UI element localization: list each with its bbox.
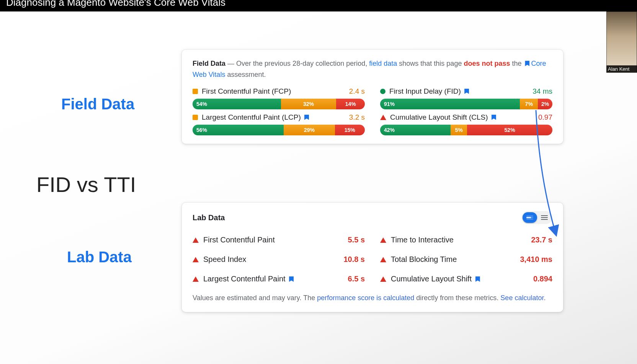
dist-needs: 32%	[281, 99, 336, 109]
lab-metric-name: Speed Index	[203, 255, 339, 264]
lab-data-title-row: Lab Data	[193, 211, 552, 224]
metric-value: 3.2 s	[349, 113, 365, 122]
metric-fcp: First Contentful Paint (FCP) 2.4 s 54% 3…	[193, 87, 365, 109]
side-label-lab: Lab Data	[67, 249, 132, 266]
field-data-card: Field Data — Over the previous 28-day co…	[182, 50, 563, 144]
lab-metric-name: Cumulative Layout Shift	[391, 275, 529, 283]
triangle-icon	[380, 115, 386, 120]
lab-metric-value: 0.894	[533, 275, 552, 283]
lab-metric-value: 6.5 s	[348, 275, 365, 283]
dist-needs: 29%	[284, 125, 335, 135]
lab-metric-name: First Contentful Paint	[203, 236, 343, 244]
metric-name: First Contentful Paint (FCP)	[202, 87, 345, 96]
bookmark-icon	[304, 115, 309, 120]
dist-good: 54%	[193, 99, 281, 109]
video-title: Diagnosing a Magento Website's Core Web …	[6, 0, 225, 8]
dist-good: 42%	[380, 125, 451, 135]
triangle-icon	[193, 257, 199, 262]
lab-metric-name: Total Blocking Time	[391, 255, 515, 264]
lab-metric-value: 5.5 s	[348, 236, 365, 244]
triangle-icon	[380, 237, 386, 243]
fid-distribution-bar: 91% 7% 2%	[380, 99, 552, 109]
lab-footer: Values are estimated and may vary. The p…	[193, 292, 552, 304]
lab-data-title: Lab Data	[193, 213, 225, 222]
circle-icon	[380, 89, 385, 94]
fcp-distribution-bar: 54% 32% 14%	[193, 99, 365, 109]
lab-view-toggle[interactable]	[522, 211, 552, 224]
lab-metric-name: Largest Contentful Paint	[203, 275, 343, 283]
field-metrics-grid: First Contentful Paint (FCP) 2.4 s 54% 3…	[193, 87, 552, 135]
dist-poor: 14%	[336, 99, 365, 109]
metric-lcp: Largest Contentful Paint (LCP) 3.2 s 56%…	[193, 113, 365, 135]
triangle-icon	[380, 257, 386, 262]
cls-distribution-bar: 42% 5% 52%	[380, 125, 552, 135]
lab-metric-si: Speed Index 10.8 s	[193, 255, 365, 264]
triangle-icon	[193, 276, 199, 282]
dist-good: 91%	[380, 99, 520, 109]
bookmark-icon	[464, 89, 469, 94]
lab-metric-lcp: Largest Contentful Paint 6.5 s	[193, 275, 365, 283]
lab-metric-value: 23.7 s	[531, 236, 552, 244]
lab-metric-value: 3,410 ms	[520, 255, 552, 264]
metric-fid: First Input Delay (FID) 34 ms 91% 7% 2%	[380, 87, 552, 109]
bookmark-icon	[475, 276, 480, 282]
lab-metrics-grid: First Contentful Paint 5.5 s Time to Int…	[193, 236, 552, 283]
lcp-distribution-bar: 56% 29% 15%	[193, 125, 365, 135]
bookmark-icon	[289, 276, 294, 282]
metric-name: Cumulative Layout Shift (CLS)	[390, 113, 534, 122]
square-icon	[193, 89, 198, 94]
triangle-icon	[193, 237, 199, 243]
slide-stage: Alan Kent Field Data FID vs TTI Lab Data…	[0, 11, 637, 364]
metric-cls: Cumulative Layout Shift (CLS) 0.97 42% 5…	[380, 113, 552, 135]
triangle-icon	[380, 276, 386, 282]
dist-needs: 7%	[520, 99, 538, 109]
video-title-bar: Diagnosing a Magento Website's Core Web …	[0, 0, 637, 11]
metric-name: First Input Delay (FID)	[389, 87, 529, 96]
mid-label-fid-vs-tti: FID vs TTI	[36, 172, 136, 197]
dist-good: 56%	[193, 125, 284, 135]
lab-metric-fcp: First Contentful Paint 5.5 s	[193, 236, 365, 244]
cwv-fail-text: does not pass	[464, 60, 510, 67]
metric-value: 0.97	[538, 113, 552, 122]
dist-needs: 5%	[451, 125, 467, 135]
perf-score-calc-link[interactable]: performance score is calculated	[317, 294, 414, 302]
square-icon	[193, 115, 198, 120]
lab-data-card: Lab Data First Contentful Paint 5.5 s Ti…	[182, 203, 563, 312]
metric-value: 2.4 s	[349, 87, 365, 96]
lab-metric-cls: Cumulative Layout Shift 0.894	[380, 275, 552, 283]
lab-metric-name: Time to Interactive	[391, 236, 526, 244]
metric-name: Largest Contentful Paint (LCP)	[202, 113, 345, 122]
toggle-expanded-icon[interactable]	[537, 212, 552, 223]
speaker-name-label: Alan Kent	[606, 65, 637, 73]
lab-metric-tbt: Total Blocking Time 3,410 ms	[380, 255, 552, 264]
lab-metric-tti: Time to Interactive 23.7 s	[380, 236, 552, 244]
metric-value: 34 ms	[532, 87, 552, 96]
dist-poor: 15%	[335, 125, 365, 135]
dist-poor: 2%	[538, 99, 552, 109]
field-data-heading-strong: Field Data	[193, 60, 225, 67]
field-data-link[interactable]: field data	[369, 60, 397, 67]
bookmark-icon	[492, 115, 496, 120]
see-calculator-link[interactable]: See calculator	[500, 294, 544, 302]
dist-poor: 52%	[467, 125, 552, 135]
toggle-compact-icon[interactable]	[523, 212, 537, 223]
lab-metric-value: 10.8 s	[343, 255, 365, 264]
bookmark-icon	[525, 61, 529, 66]
speaker-thumbnail[interactable]: Alan Kent	[606, 11, 637, 73]
side-label-field: Field Data	[61, 96, 134, 113]
field-data-heading: Field Data — Over the previous 28-day co…	[193, 58, 552, 80]
